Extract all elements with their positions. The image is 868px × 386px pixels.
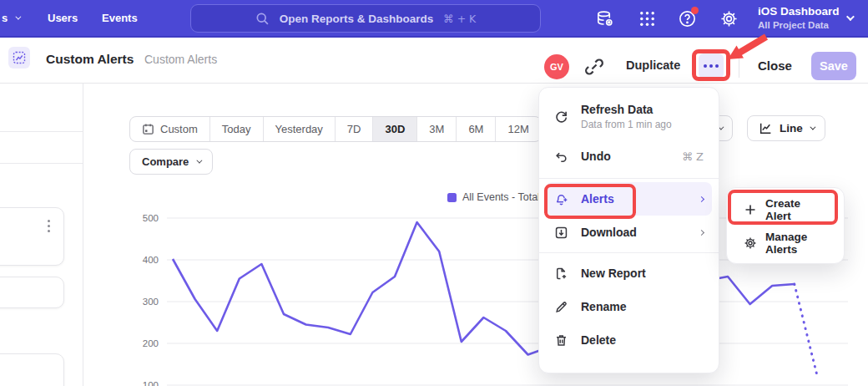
- help-icon[interactable]: [678, 9, 697, 28]
- nav-item-partial[interactable]: s: [2, 12, 19, 24]
- menu-item-label: Undo: [581, 150, 611, 163]
- chart-icon: [13, 51, 26, 64]
- new-report-icon: [554, 267, 568, 281]
- menu-item-alerts[interactable]: Alerts: [546, 182, 712, 216]
- range-yesterday[interactable]: Yesterday: [263, 117, 335, 141]
- menu-item-rename[interactable]: Rename: [539, 290, 719, 323]
- range-custom[interactable]: Custom: [130, 117, 209, 141]
- more-options-menu: Refresh Data Data from 1 min ago Undo ⌘ …: [538, 87, 719, 373]
- pencil-icon: [554, 300, 568, 314]
- plus-icon: [744, 203, 757, 216]
- chevron-down-icon: [16, 14, 22, 20]
- range-30d-selected[interactable]: 30D: [372, 117, 416, 141]
- nav-partial-label: s: [2, 12, 8, 24]
- menu-item-new-report[interactable]: New Report: [539, 256, 719, 290]
- menu-item-download[interactable]: Download: [539, 216, 719, 249]
- undo-icon: [554, 150, 568, 164]
- project-selector[interactable]: iOS Dashboard All Project Data: [758, 4, 840, 32]
- trash-icon: [554, 333, 568, 348]
- chart-legend: All Events - Total: [447, 191, 540, 203]
- calendar-icon: [142, 123, 154, 135]
- menu-item-label: Download: [581, 226, 637, 239]
- range-7d[interactable]: 7D: [335, 117, 373, 141]
- compare-button[interactable]: Compare: [129, 149, 213, 175]
- chevron-down-icon: [810, 124, 815, 130]
- menu-item-refresh-data[interactable]: Refresh Data Data from 1 min ago: [539, 94, 719, 138]
- kebab-menu-icon[interactable]: [48, 220, 50, 232]
- gear-icon: [744, 236, 757, 250]
- line-chart-icon: [759, 121, 773, 135]
- search-placeholder: Open Reports & Dashboards: [280, 13, 434, 25]
- date-range-segmented-control: Custom Today Yesterday 7D 30D 3M 6M 12M: [129, 116, 542, 142]
- sidebar-card[interactable]: [0, 353, 64, 386]
- duplicate-button[interactable]: Duplicate: [626, 58, 680, 72]
- search-icon: [255, 12, 270, 26]
- menu-item-undo[interactable]: Undo ⌘ Z: [539, 138, 719, 175]
- bell-plus-icon: [554, 192, 568, 206]
- sidebar-card[interactable]: [0, 207, 64, 266]
- nav-item-users[interactable]: Users: [48, 12, 78, 24]
- submenu-item-create-alert[interactable]: Create Alert: [727, 193, 844, 226]
- more-options-button[interactable]: [699, 53, 724, 79]
- report-toolbar: Custom Alerts Custom Alerts GV Duplicate…: [0, 38, 868, 84]
- menu-item-label: Rename: [581, 300, 626, 313]
- menu-divider: [539, 178, 719, 179]
- alerts-submenu: Create Alert Manage Alerts: [726, 187, 845, 264]
- project-name: iOS Dashboard: [758, 4, 840, 19]
- nav-item-events[interactable]: Events: [102, 12, 138, 24]
- submenu-item-label: Manage Alerts: [765, 231, 827, 256]
- chevron-down-icon: [846, 13, 855, 21]
- notification-badge: [691, 7, 699, 14]
- page-title: Custom Alerts: [46, 52, 134, 67]
- refresh-icon: [554, 109, 568, 124]
- chevron-right-icon: [699, 229, 704, 235]
- copy-link-icon[interactable]: [584, 57, 604, 77]
- range-6m[interactable]: 6M: [456, 117, 495, 141]
- apps-grid-icon[interactable]: [638, 9, 657, 28]
- download-icon: [554, 226, 568, 240]
- global-search-input[interactable]: Open Reports & Dashboards ⌘ + K: [190, 4, 541, 33]
- breadcrumb: Custom Alerts: [144, 53, 217, 66]
- chart-type-button[interactable]: Line: [747, 115, 825, 141]
- menu-item-label: Alerts: [581, 192, 614, 206]
- chevron-down-icon: [197, 158, 203, 164]
- menu-item-delete[interactable]: Delete: [539, 323, 719, 357]
- sidebar-card[interactable]: [0, 277, 64, 308]
- toolbar-divider: [739, 54, 739, 78]
- sidebar-row[interactable]: [0, 84, 83, 132]
- top-navbar: s Users Events Open Reports & Dashboards…: [0, 0, 868, 38]
- search-shortcut: ⌘ + K: [443, 13, 476, 25]
- left-sidebar: [0, 84, 83, 386]
- report-type-chip: [8, 47, 30, 69]
- menu-item-label: Delete: [581, 333, 616, 347]
- legend-label: All Events - Total: [462, 191, 540, 203]
- sidebar-row[interactable]: [0, 132, 83, 164]
- submenu-item-label: Create Alert: [765, 197, 827, 222]
- range-12m[interactable]: 12M: [495, 117, 540, 141]
- chevron-right-icon: [699, 196, 704, 201]
- range-today[interactable]: Today: [209, 117, 263, 141]
- menu-item-sublabel: Data from 1 min ago: [581, 119, 672, 130]
- legend-swatch: [447, 193, 457, 202]
- project-scope: All Project Data: [758, 19, 840, 32]
- data-management-icon[interactable]: [595, 9, 614, 28]
- avatar[interactable]: GV: [544, 54, 569, 79]
- range-3m[interactable]: 3M: [416, 117, 456, 141]
- close-button[interactable]: Close: [758, 58, 792, 73]
- menu-divider: [539, 252, 719, 253]
- menu-item-label: New Report: [581, 267, 646, 280]
- menu-item-shortcut: ⌘ Z: [682, 150, 704, 163]
- menu-item-label: Refresh Data: [581, 103, 653, 116]
- settings-gear-icon[interactable]: [719, 9, 739, 28]
- submenu-item-manage-alerts[interactable]: Manage Alerts: [727, 226, 844, 260]
- save-button[interactable]: Save: [811, 52, 856, 80]
